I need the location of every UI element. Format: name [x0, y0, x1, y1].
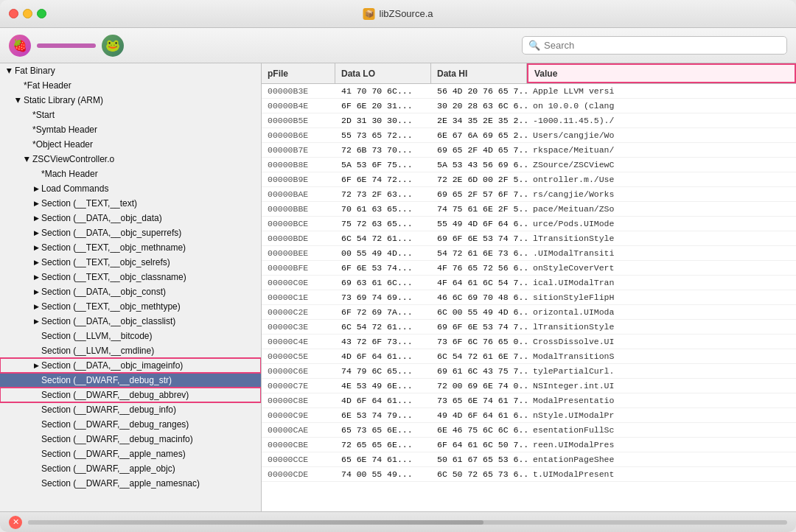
sidebar-item-section-dwarf-debug-macinfo[interactable]: Section (__DWARF,__debug_macinfo)	[0, 432, 261, 447]
sidebar-item-section-text-text[interactable]: ▶Section (__TEXT,__text)	[0, 196, 261, 211]
table-row[interactable]: 00000B9E 6F 6E 74 72... 72 2E 6D 00 2F 5…	[262, 172, 796, 187]
right-panel: pFile Data LO Data HI Value 00000B3E 41 …	[262, 63, 796, 511]
table-row[interactable]: 00000B6E 55 73 65 72... 6E 67 6A 69 65 2…	[262, 128, 796, 143]
sidebar-item-section-dwarf-apple-names[interactable]: Section (__DWARF,__apple_names)	[0, 447, 261, 461]
sidebar-item-section-llvm-bitcode[interactable]: Section (__LLVM,__bitcode)	[0, 329, 261, 343]
maximize-button[interactable]	[37, 9, 46, 18]
sidebar-item-section-data-objc-classlist[interactable]: ▶Section (__DATA,__objc_classlist)	[0, 314, 261, 329]
cell-datalo: 2D 31 30 30...	[335, 116, 431, 125]
table-row[interactable]: 00000BFE 6F 6E 53 74... 4F 76 65 72 56 6…	[262, 261, 796, 276]
cell-datahi: 69 65 2F 4D 65 7...	[431, 145, 527, 155]
search-box[interactable]: 🔍	[522, 36, 787, 55]
cell-value: Users/cangjie/Wo	[527, 130, 796, 140]
sidebar-item-mach-header[interactable]: *Mach Header	[0, 167, 261, 181]
table-row[interactable]: 00000C9E 6E 53 74 79... 49 4D 6F 64 61 6…	[262, 408, 796, 423]
sidebar-item-label: Section (__LLVM,__cmdline)	[41, 346, 154, 356]
sidebar-item-section-text-objc-classname[interactable]: ▶Section (__TEXT,__objc_classname)	[0, 270, 261, 284]
table-row[interactable]: 00000C2E 6F 72 69 7A... 6C 00 55 49 4D 6…	[262, 305, 796, 320]
cell-datalo: 73 69 74 69...	[335, 293, 431, 302]
cell-pfile: 00000B9E	[262, 175, 335, 184]
table-row[interactable]: 00000C7E 4E 53 49 6E... 72 00 69 6E 74 0…	[262, 379, 796, 393]
table-row[interactable]: 00000CAE 65 73 65 6E... 6E 46 75 6C 6C 6…	[262, 423, 796, 438]
cell-datahi: 73 6F 6C 76 65 0...	[431, 337, 527, 346]
cell-datahi: 49 4D 6F 64 61 6...	[431, 410, 527, 420]
sidebar-item-fat-binary[interactable]: ▶Fat Binary	[0, 63, 261, 78]
table-row[interactable]: 00000BEE 00 55 49 4D... 54 72 61 6E 73 6…	[262, 246, 796, 261]
table-row[interactable]: 00000C6E 74 79 6C 65... 69 61 6C 43 75 7…	[262, 364, 796, 379]
sidebar-item-section-dwarf-debug-abbrev[interactable]: Section (__DWARF,__debug_abbrev)	[0, 388, 261, 402]
table-row[interactable]: 00000BAE 72 73 2F 63... 69 65 2F 57 6F 7…	[262, 187, 796, 202]
sidebar-item-section-dwarf-debug-ranges[interactable]: Section (__DWARF,__debug_ranges)	[0, 417, 261, 432]
cell-value: onStyleCoverVert	[527, 263, 796, 273]
table-row[interactable]: 00000C0E 69 63 61 6C... 4F 64 61 6C 54 7…	[262, 276, 796, 290]
sidebar-item-label: Section (__DWARF,__apple_objc)	[41, 463, 175, 474]
cell-datahi: 6E 67 6A 69 65 2...	[431, 130, 527, 140]
sidebar-item-section-dwarf-apple-namesnac[interactable]: Section (__DWARF,__apple_namesnac)	[0, 476, 261, 491]
table-row[interactable]: 00000B4E 6F 6E 20 31... 30 20 28 63 6C 6…	[262, 99, 796, 113]
cell-value: reen.UIModalPres	[527, 440, 796, 449]
cell-pfile: 00000BDE	[262, 234, 335, 243]
minimize-button[interactable]	[23, 9, 32, 18]
sidebar-item-section-text-objc-selrefs[interactable]: ▶Section (__TEXT,__objc_selrefs)	[0, 255, 261, 270]
cell-datahi: 6E 46 75 6C 6C 6...	[431, 425, 527, 435]
sidebar-item-section-data-objc-const[interactable]: ▶Section (__DATA,__objc_const)	[0, 284, 261, 299]
table-row[interactable]: 00000BCE 75 72 63 65... 55 49 4D 6F 64 6…	[262, 217, 796, 231]
cell-datalo: 55 73 65 72...	[335, 130, 431, 140]
avatar2[interactable]: 🐸	[102, 35, 124, 57]
avatar1[interactable]: 🍓	[9, 35, 31, 57]
table-row[interactable]: 00000C3E 6C 54 72 61... 69 6F 6E 53 74 7…	[262, 320, 796, 335]
sidebar-item-section-dwarf-apple-objc[interactable]: Section (__DWARF,__apple_objc)	[0, 461, 261, 476]
table-row[interactable]: 00000B8E 5A 53 6F 75... 5A 53 43 56 69 6…	[262, 158, 796, 172]
cell-datalo: 4E 53 49 6E...	[335, 381, 431, 391]
cell-datalo: 65 73 65 6E...	[335, 425, 431, 435]
window-icon: 📦	[363, 8, 375, 20]
status-close-button[interactable]: ✕	[9, 516, 22, 529]
table-row[interactable]: 00000CDE 74 00 55 49... 6C 50 72 65 73 6…	[262, 467, 796, 482]
cell-value: tylePartialCurl.	[527, 366, 796, 376]
sidebar-item-start[interactable]: *Start	[0, 108, 261, 122]
triangle-closed-icon: ▶	[32, 259, 40, 266]
triangle-closed-icon: ▶	[32, 273, 40, 281]
sidebar-item-load-commands[interactable]: ▶Load Commands	[0, 181, 261, 196]
triangle-closed-icon: ▶	[32, 362, 40, 369]
sidebar-item-section-data-objc-superrefs[interactable]: ▶Section (__DATA,__objc_superrefs)	[0, 225, 261, 240]
table-row[interactable]: 00000CCE 65 6E 74 61... 50 61 67 65 53 6…	[262, 452, 796, 467]
cell-datalo: 41 70 70 6C...	[335, 86, 431, 96]
close-button[interactable]	[9, 9, 18, 18]
table-row[interactable]: 00000B3E 41 70 70 6C... 56 4D 20 76 65 7…	[262, 84, 796, 99]
sidebar-item-section-data-objc-data[interactable]: ▶Section (__DATA,__objc_data)	[0, 211, 261, 225]
sidebar-item-symtab-header[interactable]: *Symtab Header	[0, 122, 261, 137]
sidebar-item-label: *Symtab Header	[32, 125, 97, 135]
search-input[interactable]	[544, 40, 781, 51]
table-row[interactable]: 00000BBE 70 61 63 65... 74 75 61 6E 2F 5…	[262, 202, 796, 217]
cell-pfile: 00000C2E	[262, 307, 335, 317]
table-row[interactable]: 00000C4E 43 72 6F 73... 73 6F 6C 76 65 0…	[262, 335, 796, 349]
cell-value: Apple LLVM versi	[527, 86, 796, 96]
traffic-lights[interactable]	[9, 9, 46, 18]
sidebar-item-section-text-objc-methtype[interactable]: ▶Section (__TEXT,__objc_methtype)	[0, 299, 261, 314]
sidebar-item-section-dwarf-debug-str[interactable]: Section (__DWARF,__debug_str)	[0, 373, 261, 388]
sidebar-item-label: Section (__TEXT,__text)	[41, 198, 137, 209]
sidebar-item-label: Section (__DATA,__objc_classlist)	[41, 316, 175, 326]
sidebar-item-label: ZSCViewController.o	[32, 154, 114, 164]
cell-datalo: 6F 6E 20 31...	[335, 101, 431, 111]
table-row[interactable]: 00000C5E 4D 6F 64 61... 6C 54 72 61 6E 7…	[262, 349, 796, 364]
sidebar-item-object-header[interactable]: *Object Header	[0, 137, 261, 152]
sidebar-item-section-data-objc-imageinfo[interactable]: ▶Section (__DATA,__objc_imageinfo)	[0, 358, 261, 373]
sidebar-item-static-library[interactable]: ▶Static Library (ARM)	[0, 93, 261, 108]
table-row[interactable]: 00000BDE 6C 54 72 61... 69 6F 6E 53 74 7…	[262, 231, 796, 246]
table-row[interactable]: 00000B7E 72 6B 73 70... 69 65 2F 4D 65 7…	[262, 143, 796, 158]
sidebar-item-fat-header[interactable]: *Fat Header	[0, 78, 261, 93]
sidebar-item-section-dwarf-debug-info[interactable]: Section (__DWARF,__debug_info)	[0, 402, 261, 417]
table-row[interactable]: 00000C8E 4D 6F 64 61... 73 65 6E 74 61 7…	[262, 393, 796, 408]
table-row[interactable]: 00000B5E 2D 31 30 30... 2E 34 35 2E 35 2…	[262, 113, 796, 128]
sidebar-item-section-llvm-cmdline[interactable]: Section (__LLVM,__cmdline)	[0, 343, 261, 358]
triangle-open-icon: ▶	[15, 97, 22, 104]
cell-datahi: 56 4D 20 76 65 7...	[431, 86, 527, 96]
sidebar-item-label: Section (__DWARF,__debug_ranges)	[41, 419, 189, 430]
table-row[interactable]: 00000CBE 72 65 65 6E... 6F 64 61 6C 50 7…	[262, 438, 796, 452]
sidebar-item-section-text-objc-methname[interactable]: ▶Section (__TEXT,__objc_methname)	[0, 240, 261, 255]
table-row[interactable]: 00000C1E 73 69 74 69... 46 6C 69 70 48 6…	[262, 290, 796, 305]
cell-value: on 10.0.0 (clang	[527, 101, 796, 111]
sidebar-item-zscviewcontroller[interactable]: ▶ZSCViewController.o	[0, 152, 261, 167]
